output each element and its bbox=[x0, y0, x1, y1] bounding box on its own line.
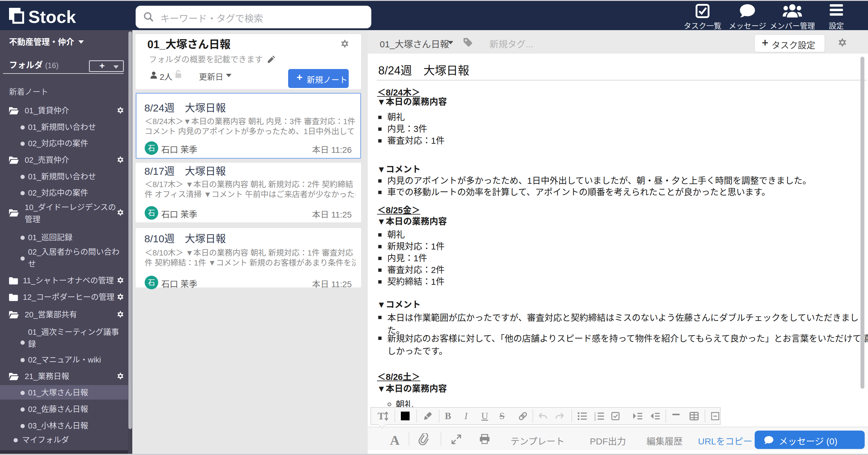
svg-text:3: 3 bbox=[594, 418, 596, 421]
svg-text:T: T bbox=[378, 411, 384, 421]
